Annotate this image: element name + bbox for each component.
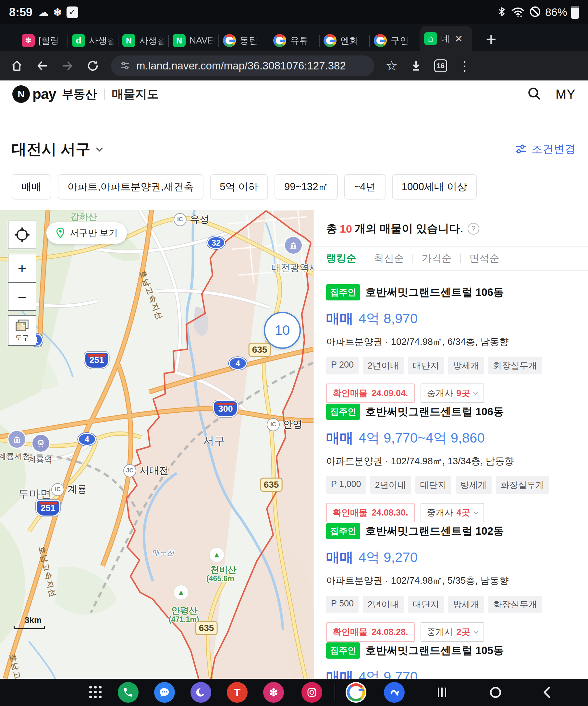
- browser-tab[interactable]: d사생활: [68, 30, 118, 51]
- sort-option[interactable]: 최신순: [374, 251, 404, 265]
- menu-kebab-icon[interactable]: ⋮: [458, 60, 471, 72]
- mountain-elevation-label: (471.1m): [169, 615, 199, 624]
- deal-type: 매매: [326, 550, 353, 565]
- browser-tab[interactable]: ✽[힐링: [18, 30, 68, 51]
- help-icon[interactable]: ?: [468, 223, 479, 235]
- browser-tab[interactable]: 유튜: [269, 30, 320, 51]
- tab-close-icon[interactable]: ✕: [455, 33, 463, 44]
- mountain-name-label: 천비산: [210, 564, 237, 576]
- filter-chip[interactable]: 5억 이하: [210, 174, 268, 200]
- dock-app-messages[interactable]: [154, 682, 175, 703]
- zoom-controls: + −: [8, 254, 36, 311]
- junction-name: 안영: [283, 418, 303, 431]
- clock: 8:59: [9, 5, 33, 19]
- url-field[interactable]: m.land.naver.com/map/36.3081076:127.382: [111, 55, 375, 76]
- listing-tag: P 200: [326, 357, 359, 375]
- section-label[interactable]: 부동산: [62, 86, 97, 102]
- agents-dropdown-button[interactable]: 중개사9곳: [421, 384, 484, 403]
- view-district-only-button[interactable]: 서구만 보기: [46, 222, 127, 244]
- my-location-button[interactable]: [8, 221, 36, 249]
- browser-tab[interactable]: N사생활: [118, 30, 169, 51]
- browser-tab[interactable]: 구인: [370, 30, 420, 51]
- listing-tag: 2년이내: [363, 357, 404, 375]
- nav-home-button[interactable]: [488, 685, 503, 700]
- zoom-in-button[interactable]: +: [8, 254, 36, 283]
- reload-button[interactable]: [86, 59, 100, 73]
- browser-tab[interactable]: 엔화: [320, 30, 370, 51]
- listing-title: 호반써밋그랜드센트럴 102동: [365, 524, 504, 539]
- crosshair-icon: [14, 227, 31, 243]
- dock-app-apps-grid[interactable]: [89, 686, 102, 699]
- dock-app-naver-app[interactable]: [384, 682, 405, 703]
- search-icon[interactable]: [527, 86, 541, 102]
- site-settings-icon: [119, 61, 130, 71]
- map-place-label: 매노천: [152, 548, 174, 558]
- my-menu[interactable]: MY: [555, 87, 576, 102]
- junction-badge: IC: [173, 213, 187, 226]
- dock-app-phone[interactable]: [118, 682, 139, 703]
- agents-dropdown-button[interactable]: 중개사4곳: [421, 503, 484, 522]
- filter-chip[interactable]: 99~132㎡: [275, 174, 338, 200]
- junction-label: IC안영: [267, 418, 303, 431]
- browser-tab[interactable]: ⌂네✕: [420, 26, 472, 51]
- bluetooth-icon: [497, 6, 507, 19]
- dock-app-internet[interactable]: [191, 682, 211, 703]
- dock-app-flower[interactable]: ✽: [263, 682, 284, 703]
- map-place-label: 계룡역: [28, 454, 52, 465]
- agents-dropdown-button[interactable]: 중개사2곳: [421, 622, 484, 642]
- change-filters-button[interactable]: 조건변경: [515, 142, 576, 157]
- site-header: N pay 부동산 매물지도 MY: [0, 80, 588, 108]
- phone-icon: [118, 682, 139, 703]
- tab-count-button[interactable]: 16: [434, 60, 447, 72]
- wifi-icon: [511, 5, 525, 19]
- listing-card[interactable]: 집주인호반써밋그랜드센트럴 106동매매4억 9,770~4억 9,860아파트…: [314, 390, 588, 509]
- nav-recents-button[interactable]: [435, 685, 449, 700]
- tab-title: 구인: [391, 34, 409, 47]
- verified-listing-button[interactable]: 확인매물24.09.04.: [326, 384, 415, 403]
- agents-count: 4곳: [457, 507, 470, 518]
- naver-n-favicon-icon: N: [122, 34, 135, 47]
- filter-chip[interactable]: 아파트,아파트분양권,재건축: [58, 174, 203, 200]
- filter-chip[interactable]: 1000세대 이상: [392, 174, 477, 200]
- home-button[interactable]: [10, 59, 24, 73]
- verified-date: 24.09.04.: [371, 388, 408, 398]
- sort-option[interactable]: 랭킹순: [326, 251, 356, 265]
- bookmark-star-icon[interactable]: ☆: [386, 59, 398, 73]
- listing-tag: 방세개: [448, 357, 484, 375]
- mountain-icon: ▲: [174, 585, 188, 599]
- listing-card[interactable]: 집주인호반써밋그랜드센트럴 102동매매4억 9,270아파트분양권 · 102…: [314, 509, 588, 629]
- google-favicon-icon: [323, 34, 337, 47]
- nav-back-button[interactable]: [540, 685, 555, 700]
- verified-listing-button[interactable]: 확인매물24.08.28.: [326, 622, 415, 642]
- region-selector[interactable]: 대전시 서구: [12, 139, 90, 159]
- browser-tab[interactable]: NNAVER: [169, 30, 219, 51]
- pay-logo-text[interactable]: pay: [33, 86, 56, 102]
- junction-badge: JC: [123, 464, 136, 477]
- map-tools-button[interactable]: 도구: [8, 315, 36, 346]
- verified-listing-button[interactable]: 확인매물24.08.30.: [326, 503, 415, 522]
- listing-title: 호반써밋그랜드센트럴 106동: [365, 285, 504, 300]
- listing-cluster-marker[interactable]: 10: [264, 312, 301, 349]
- naver-pay-logo[interactable]: N: [12, 85, 30, 103]
- sort-option[interactable]: 가격순: [422, 251, 452, 265]
- filter-chip[interactable]: 매매: [12, 174, 51, 200]
- dock-app-google[interactable]: [346, 682, 366, 703]
- dock-app-camera[interactable]: [302, 682, 322, 703]
- listing-card[interactable]: 집주인호반써밋그랜드센트럴 106동매매4억 8,970아파트분양권 · 102…: [314, 271, 588, 390]
- browser-tab[interactable]: 동탄: [219, 30, 269, 51]
- price-value: 4억 9,770~4억 9,860: [359, 430, 485, 445]
- download-icon[interactable]: [409, 59, 423, 73]
- dock-app-tistory[interactable]: T: [227, 682, 247, 703]
- agents-label: 중개사: [427, 387, 453, 399]
- map-pane[interactable]: 32125125130044635635635IC유성IC안영JC서대전IC계룡…: [0, 210, 313, 679]
- page-title: 매물지도: [112, 86, 159, 102]
- sort-option[interactable]: 면적순: [469, 251, 499, 265]
- zoom-out-button[interactable]: −: [8, 283, 36, 311]
- route-shield-635: 635: [195, 621, 218, 635]
- map-place-label: 서구: [203, 433, 225, 448]
- new-tab-button[interactable]: +: [486, 32, 497, 47]
- back-button[interactable]: [35, 59, 49, 73]
- filter-chip[interactable]: ~4년: [344, 174, 385, 200]
- listing-tag: 대단지: [415, 476, 452, 494]
- forward-button[interactable]: [61, 59, 75, 73]
